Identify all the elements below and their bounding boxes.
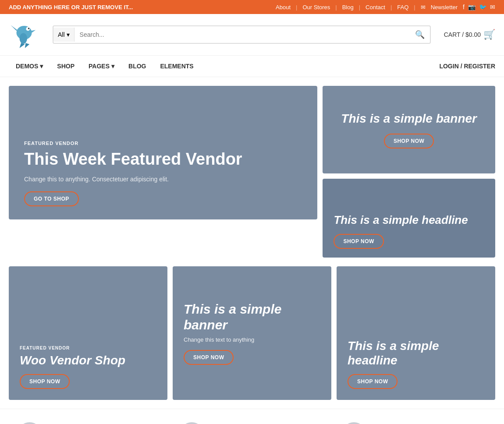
about-link[interactable]: About [276, 4, 291, 11]
cart-label: CART / $0.00 [444, 31, 481, 38]
bottom-center-desc: Change this text to anything [184, 336, 320, 343]
nav-bar: DEMOS ▾ SHOP PAGES ▾ BLOG ELEMENTS LOGIN… [0, 56, 504, 77]
shop-now-button-bottom-left[interactable]: SHOP NOW [20, 374, 70, 389]
chevron-down-icon: ▾ [111, 63, 114, 70]
shop-now-button-bottom-right[interactable]: SHOP NOW [348, 374, 398, 389]
nav-login[interactable]: LOGIN / REGISTER [439, 63, 495, 70]
featured-label: FEATURED VENDOR [24, 141, 302, 146]
announcement-text: ADD ANYTHING HERE OR JUST REMOVE IT... [9, 4, 133, 11]
bottom-center-title: This is a simple banner [184, 301, 320, 333]
feature-circle-1 [18, 422, 42, 424]
announcement-bar: ADD ANYTHING HERE OR JUST REMOVE IT... A… [0, 0, 504, 14]
banner-bottom-row: FEATURED VENDOR Woo Vendor Shop SHOP NOW… [0, 266, 504, 409]
search-input[interactable] [75, 28, 410, 42]
featured-label-sm: FEATURED VENDOR [20, 346, 156, 350]
go-to-shop-button[interactable]: GO TO SHOP [24, 191, 79, 206]
search-area: All ▾ 🔍 [53, 25, 431, 44]
banner-large-desc: Change this to anything. Consectetuer ad… [24, 176, 302, 183]
twitter-icon[interactable]: 🐦 [479, 4, 486, 11]
banner-section: FEATURED VENDOR This Week Featured Vendo… [0, 77, 504, 266]
feature-circle-2 [180, 422, 204, 424]
logo-area [9, 19, 39, 50]
top-links: About | Our Stores | Blog | Contact | FA… [276, 4, 495, 11]
svg-point-3 [28, 28, 30, 29]
simple-banner-right-top: This is a simple banner SHOP NOW [323, 86, 495, 173]
nav-pages[interactable]: PAGES ▾ [82, 56, 121, 77]
logo [9, 19, 39, 50]
shop-now-button-bottom-center[interactable]: SHOP NOW [184, 350, 234, 365]
nav-blog[interactable]: BLOG [121, 56, 153, 77]
shop-now-button-right-bottom[interactable]: SHOP NOW [334, 234, 383, 249]
svg-marker-7 [25, 43, 30, 48]
search-category-dropdown[interactable]: All ▾ [53, 28, 75, 42]
nav-elements[interactable]: ELEMENTS [153, 56, 200, 77]
nav-demos[interactable]: DEMOS ▾ [9, 56, 50, 77]
svg-point-5 [20, 33, 28, 44]
woo-vendor-banner: FEATURED VENDOR Woo Vendor Shop SHOP NOW [9, 266, 167, 400]
feature-item-3: Find Something You love [333, 418, 495, 424]
feature-circle-3 [342, 422, 366, 424]
blog-link[interactable]: Blog [342, 4, 354, 11]
cart-area[interactable]: CART / $0.00 🛒 [444, 29, 495, 40]
svg-marker-4 [31, 30, 36, 33]
feature-item-2: Find Something You love [171, 418, 333, 424]
nav-shop[interactable]: SHOP [50, 56, 82, 77]
cart-icon: 🛒 [483, 29, 495, 40]
banner-large-title: This Week Featured Vendor [24, 149, 302, 170]
social-icons: f 📷 🐦 ✉ [463, 4, 495, 11]
search-button[interactable]: 🔍 [410, 26, 430, 43]
header: All ▾ 🔍 CART / $0.00 🛒 [0, 14, 504, 56]
newsletter-icon: ✉ [421, 4, 426, 11]
newsletter-link[interactable]: Newsletter [431, 4, 458, 11]
simple-headline-right-bottom: This is a simple headline SHOP NOW [323, 179, 495, 258]
chevron-down-icon: ▾ [40, 63, 43, 70]
svg-marker-6 [20, 43, 25, 48]
our-stores-link[interactable]: Our Stores [302, 4, 330, 11]
email-icon[interactable]: ✉ [490, 4, 495, 11]
featured-vendor-banner-large: FEATURED VENDOR This Week Featured Vendo… [9, 86, 317, 219]
contact-link[interactable]: Contact [366, 4, 385, 11]
svg-marker-1 [11, 25, 17, 31]
simple-banner-bottom-center: This is a simple banner Change this text… [173, 266, 331, 400]
shop-now-button-right-top[interactable]: SHOP NOW [384, 134, 434, 148]
simple-headline-bottom-right: This is a simple headline SHOP NOW [337, 266, 495, 400]
chevron-down-icon: ▾ [67, 31, 70, 38]
faq-link[interactable]: FAQ [397, 4, 408, 11]
banner-right-bottom-title: This is a simple headline [334, 213, 484, 228]
feature-section: Find Something You love Find Something Y… [0, 409, 504, 424]
instagram-icon[interactable]: 📷 [468, 4, 476, 11]
woo-vendor-title: Woo Vendor Shop [20, 353, 156, 368]
nav-left: DEMOS ▾ SHOP PAGES ▾ BLOG ELEMENTS [9, 56, 201, 77]
facebook-icon[interactable]: f [463, 4, 465, 11]
feature-item-1: Find Something You love [9, 418, 171, 424]
bottom-right-title: This is a simple headline [348, 339, 484, 368]
banner-right-col: This is a simple banner SHOP NOW This is… [323, 86, 495, 258]
banner-right-top-title: This is a simple banner [341, 111, 477, 127]
